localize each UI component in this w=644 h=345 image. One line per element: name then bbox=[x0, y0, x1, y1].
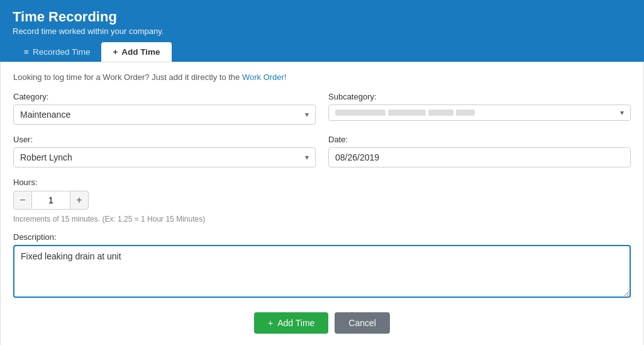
hours-control: − + bbox=[13, 191, 631, 210]
tab-bar: ≡ Recorded Time + Add Time bbox=[13, 42, 631, 62]
date-input[interactable] bbox=[328, 147, 631, 167]
category-label: Category: bbox=[13, 92, 316, 101]
description-label: Description: bbox=[13, 232, 631, 242]
hours-section: Hours: − + bbox=[13, 178, 631, 210]
tab-recorded-time-label: Recorded Time bbox=[33, 47, 91, 57]
user-group: User: Robert Lynch ▾ bbox=[13, 135, 316, 167]
user-select-wrapper[interactable]: Robert Lynch ▾ bbox=[13, 147, 316, 167]
plus-icon: + bbox=[113, 47, 118, 57]
list-icon: ≡ bbox=[24, 47, 29, 57]
page-header: Time Recording Record time worked within… bbox=[0, 0, 644, 62]
add-time-button[interactable]: + Add Time bbox=[254, 312, 328, 334]
form-row-user: User: Robert Lynch ▾ Date: bbox=[13, 135, 631, 167]
hours-label: Hours: bbox=[13, 178, 631, 187]
hours-input[interactable] bbox=[32, 191, 70, 210]
subcategory-placeholder bbox=[329, 105, 630, 120]
hours-decrement-button[interactable]: − bbox=[13, 191, 32, 210]
category-group: Category: Maintenance ▾ bbox=[13, 92, 316, 125]
user-label: User: bbox=[13, 135, 316, 144]
hours-hint: Increments of 15 minutes. (Ex: 1.25 = 1 … bbox=[13, 215, 631, 223]
subcategory-bar-2 bbox=[388, 110, 426, 116]
app-container: Time Recording Record time worked within… bbox=[0, 0, 644, 345]
tab-add-time[interactable]: + Add Time bbox=[101, 42, 171, 62]
tab-add-time-label: Add Time bbox=[121, 47, 160, 57]
subcategory-bar-3 bbox=[428, 110, 453, 116]
description-section: Description: bbox=[13, 232, 631, 300]
form-actions: + Add Time Cancel bbox=[13, 312, 631, 334]
cancel-button[interactable]: Cancel bbox=[335, 312, 390, 334]
page-title: Time Recording bbox=[13, 9, 631, 25]
category-select-wrapper[interactable]: Maintenance ▾ bbox=[13, 105, 316, 125]
subcategory-bar-4 bbox=[456, 110, 475, 116]
subcategory-group: Subcategory: ▾ bbox=[328, 92, 631, 125]
hours-increment-button[interactable]: + bbox=[70, 191, 89, 210]
form-row-category: Category: Maintenance ▾ Subcategory: bbox=[13, 92, 631, 125]
date-label: Date: bbox=[328, 135, 631, 144]
form-content: Looking to log time for a Work Order? Ju… bbox=[0, 62, 644, 345]
add-icon: + bbox=[268, 318, 273, 328]
tab-recorded-time[interactable]: ≡ Recorded Time bbox=[13, 42, 101, 62]
user-select[interactable]: Robert Lynch bbox=[14, 148, 315, 167]
category-select[interactable]: Maintenance bbox=[14, 105, 315, 124]
subcategory-bar-1 bbox=[335, 110, 386, 116]
page-subtitle: Record time worked within your company. bbox=[13, 26, 631, 36]
subcategory-select-wrapper[interactable]: ▾ bbox=[328, 105, 631, 121]
work-order-link[interactable]: Work Order! bbox=[242, 72, 287, 82]
info-message: Looking to log time for a Work Order? Ju… bbox=[13, 72, 631, 82]
date-group: Date: bbox=[328, 135, 631, 167]
add-time-button-label: Add Time bbox=[277, 318, 314, 328]
description-textarea[interactable] bbox=[13, 245, 631, 298]
subcategory-label: Subcategory: bbox=[328, 92, 631, 101]
